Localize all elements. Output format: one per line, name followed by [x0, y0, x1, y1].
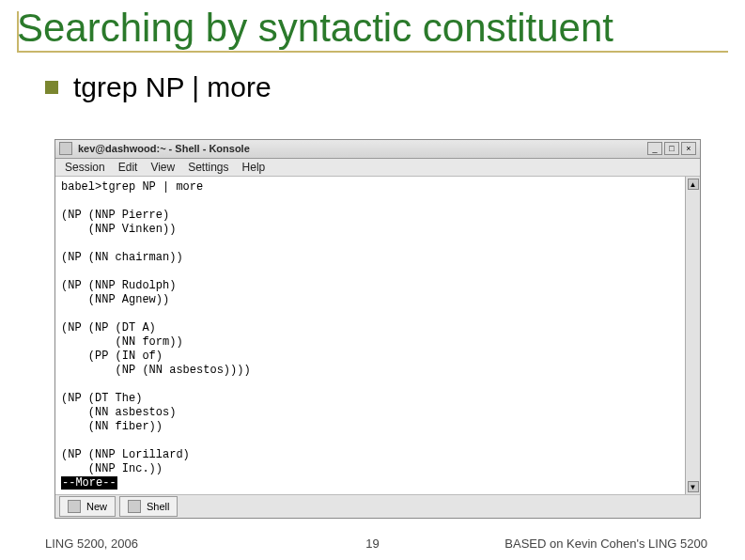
title-underline — [17, 51, 728, 53]
terminal-pre: babel>tgrep NP | more (NP (NNP Pierre) (… — [61, 180, 251, 475]
titlebar-left: kev@dashwood:~ - Shell - Konsole — [59, 142, 250, 155]
minimize-button[interactable]: _ — [647, 142, 662, 155]
bullet-icon — [45, 81, 58, 94]
menu-settings[interactable]: Settings — [188, 161, 228, 174]
scroll-down-icon[interactable]: ▼ — [688, 481, 699, 492]
terminal-body: babel>tgrep NP | more (NP (NNP Pierre) (… — [55, 177, 700, 494]
slide-title: Searching by syntactic constituent — [17, 8, 728, 49]
titlebar[interactable]: kev@dashwood:~ - Shell - Konsole _ □ × — [55, 140, 700, 159]
shell-tab-icon — [128, 500, 141, 513]
scroll-up-icon[interactable]: ▲ — [688, 179, 699, 190]
slide-title-container: Searching by syntactic constituent — [0, 0, 745, 51]
status-shell-tab[interactable]: Shell — [119, 496, 178, 517]
menu-session[interactable]: Session — [65, 161, 105, 174]
app-icon — [59, 142, 72, 155]
footer-page-number: 19 — [365, 537, 379, 551]
scrollbar[interactable]: ▲ ▼ — [685, 177, 700, 494]
status-shell-label: Shell — [147, 501, 169, 512]
menubar: Session Edit View Settings Help — [55, 159, 700, 178]
footer-right: BASED on Kevin Cohen's LING 5200 — [504, 537, 707, 551]
menu-edit[interactable]: Edit — [118, 161, 138, 174]
more-prompt: --More-- — [61, 476, 117, 490]
bullet-row: tgrep NP | more — [45, 71, 707, 103]
status-new-label: New — [86, 501, 107, 512]
slide-footer: LING 5200, 2006 19 BASED on Kevin Cohen'… — [0, 537, 745, 551]
status-new-button[interactable]: New — [59, 496, 116, 517]
close-button[interactable]: × — [681, 142, 696, 155]
terminal-window: kev@dashwood:~ - Shell - Konsole _ □ × S… — [54, 139, 701, 519]
new-shell-icon — [68, 500, 81, 513]
menu-help[interactable]: Help — [242, 161, 266, 174]
menu-view[interactable]: View — [150, 161, 175, 174]
maximize-button[interactable]: □ — [664, 142, 679, 155]
footer-left: LING 5200, 2006 — [45, 537, 138, 551]
title-left-accent — [17, 11, 19, 53]
slide-content: tgrep NP | more — [0, 51, 745, 103]
titlebar-controls: _ □ × — [647, 142, 696, 155]
terminal-output: babel>tgrep NP | more (NP (NNP Pierre) (… — [55, 177, 685, 494]
bullet-text: tgrep NP | more — [73, 71, 272, 103]
statusbar: New Shell — [55, 494, 700, 518]
window-title: kev@dashwood:~ - Shell - Konsole — [78, 143, 250, 154]
